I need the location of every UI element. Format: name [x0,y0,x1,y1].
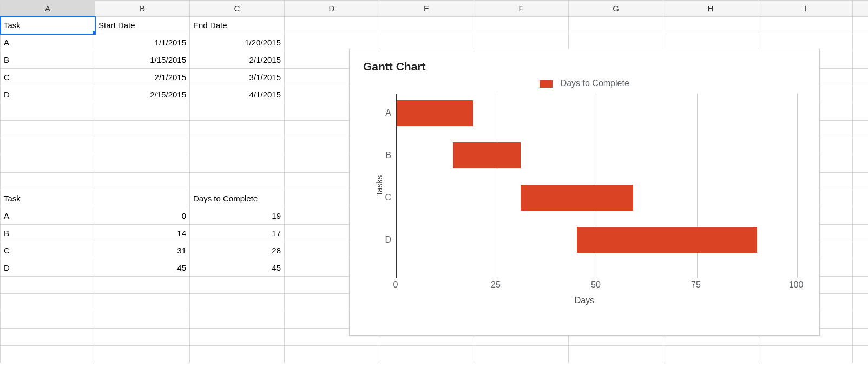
column-header-A[interactable]: A [1,1,95,17]
cell[interactable] [95,277,190,294]
cell[interactable] [190,311,285,329]
cell[interactable] [190,103,285,121]
cell[interactable]: 2/1/2015 [95,69,190,86]
category-label: C [380,193,391,203]
cell[interactable]: C [1,242,95,259]
cell-pad [853,294,869,311]
cell-pad [853,242,869,259]
cell[interactable]: 4/1/2015 [190,86,285,103]
cell[interactable] [190,155,285,173]
cell[interactable]: D [1,86,95,103]
cell-pad [853,190,869,207]
cell-pad [853,17,869,34]
cell[interactable]: 2/15/2015 [95,86,190,103]
cell[interactable]: 0 [95,207,190,225]
column-header-B[interactable]: B [95,1,190,17]
cell[interactable] [1,329,95,346]
cell[interactable] [190,173,285,190]
cell[interactable] [1,277,95,294]
cell[interactable] [474,17,569,34]
cell[interactable] [95,329,190,346]
cell[interactable] [95,294,190,311]
cell[interactable] [190,138,285,155]
cell[interactable] [569,17,663,34]
x-tick: 25 [491,280,501,290]
plot-area: Tasks ABCD [396,94,798,278]
cell[interactable] [95,346,190,363]
column-header-G[interactable]: G [569,1,663,17]
cell-pad [853,86,869,103]
cell[interactable]: A [1,207,95,225]
cell[interactable] [95,190,190,207]
cell[interactable]: B [1,225,95,242]
bar-row-C: C [397,185,798,211]
cell[interactable] [190,294,285,311]
cell[interactable]: 17 [190,225,285,242]
cell[interactable] [190,277,285,294]
cell[interactable] [95,173,190,190]
cell[interactable]: 14 [95,225,190,242]
column-header-D[interactable]: D [285,1,379,17]
cell[interactable]: Task [1,17,95,34]
cell[interactable] [190,121,285,138]
cell[interactable]: 45 [95,259,190,277]
cell[interactable] [379,346,474,363]
cell[interactable] [1,346,95,363]
cell[interactable]: D [1,259,95,277]
cell-pad [853,121,869,138]
cell[interactable] [379,17,474,34]
cell[interactable] [285,346,379,363]
cell[interactable] [569,346,663,363]
cell[interactable] [190,346,285,363]
cell[interactable] [285,17,379,34]
cell[interactable] [95,121,190,138]
cell[interactable] [758,346,853,363]
cell[interactable]: 1/20/2015 [190,34,285,51]
cell[interactable]: A [1,34,95,51]
cell[interactable]: 28 [190,242,285,259]
cell[interactable] [663,346,758,363]
cell[interactable]: Task [1,190,95,207]
cell[interactable] [95,138,190,155]
cell[interactable]: 31 [95,242,190,259]
cell-pad [853,69,869,86]
cell[interactable] [95,155,190,173]
cell[interactable]: 2/1/2015 [190,51,285,69]
cell[interactable]: 3/1/2015 [190,69,285,86]
x-axis-label: Days [363,296,806,305]
cell[interactable] [95,103,190,121]
column-header-C[interactable]: C [190,1,285,17]
cell[interactable] [663,17,758,34]
cell[interactable]: 19 [190,207,285,225]
cell[interactable]: C [1,69,95,86]
gantt-chart[interactable]: Gantt Chart Days to Complete Tasks ABCD … [349,49,820,336]
cell[interactable]: 1/15/2015 [95,51,190,69]
cell[interactable]: End Date [190,17,285,34]
cell[interactable] [758,17,853,34]
cell-pad [853,311,869,329]
cell[interactable] [1,103,95,121]
cell[interactable] [1,138,95,155]
cell[interactable] [190,329,285,346]
cell[interactable]: B [1,51,95,69]
cell[interactable] [1,173,95,190]
cell[interactable] [1,311,95,329]
cell[interactable] [1,121,95,138]
cell-pad [853,51,869,69]
cell[interactable] [474,346,569,363]
cell[interactable]: 1/1/2015 [95,34,190,51]
x-tick: 0 [393,280,398,290]
legend-label: Days to Complete [561,79,629,88]
table-row [1,346,869,363]
cell[interactable]: 45 [190,259,285,277]
cell[interactable] [1,155,95,173]
column-header-I[interactable]: I [758,1,853,17]
column-header-E[interactable]: E [379,1,474,17]
column-header-F[interactable]: F [474,1,569,17]
column-header-H[interactable]: H [663,1,758,17]
cell-pad [853,225,869,242]
cell[interactable] [1,294,95,311]
cell[interactable] [95,311,190,329]
cell[interactable]: Days to Complete [190,190,285,207]
cell[interactable]: Start Date [95,17,190,34]
